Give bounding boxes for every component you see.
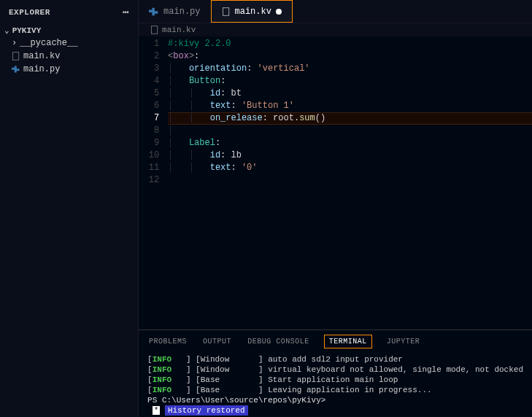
- main-area: main.py main.kv main.kv 123456789101112 …: [139, 0, 532, 417]
- panel-tab-terminal[interactable]: TERMINAL: [324, 335, 372, 348]
- terminal-history-restored: * History restored: [147, 405, 523, 416]
- code-line[interactable]: │ │ text: '0': [168, 162, 532, 174]
- python-icon: [149, 7, 159, 17]
- panel-tab-jupyter[interactable]: JUPYTER: [385, 335, 422, 348]
- project-label: PYKIVY: [12, 26, 42, 35]
- line-number: 10: [139, 149, 168, 162]
- code-content[interactable]: #:kivy 2.2.0<box>:│ orientation: 'vertic…: [168, 36, 532, 330]
- line-number: 8: [139, 125, 168, 137]
- terminal-prompt[interactable]: PS C:\Users\User\source\repos\pyKivy>: [147, 395, 523, 405]
- explorer-title: EXPLORER: [9, 8, 50, 17]
- file-tree: › __pycache__ main.kv main.py: [0, 36, 138, 76]
- project-root[interactable]: ⌄ PYKIVY: [0, 24, 138, 36]
- tree-file-kv[interactable]: main.kv: [6, 50, 138, 63]
- tab-label: main.py: [163, 7, 200, 17]
- code-line[interactable]: │ │ on_release: root.sum(): [168, 112, 532, 125]
- editor-tabs: main.py main.kv: [139, 0, 532, 23]
- svg-rect-1: [223, 7, 228, 15]
- panel-tab-problems[interactable]: PROBLEMS: [147, 335, 188, 348]
- chevron-right-icon: ›: [12, 38, 17, 48]
- code-line[interactable]: [168, 174, 532, 187]
- line-number: 4: [139, 75, 168, 87]
- explorer-sidebar: EXPLORER ⋯ ⌄ PYKIVY › __pycache__ main.k…: [0, 0, 139, 417]
- code-line[interactable]: │ │ text: 'Button 1': [168, 100, 532, 112]
- line-number: 12: [139, 174, 168, 187]
- line-number: 11: [139, 162, 168, 174]
- panel-tab-debug-console[interactable]: DEBUG CONSOLE: [246, 335, 311, 348]
- python-icon: [12, 65, 20, 74]
- chevron-down-icon: ⌄: [4, 26, 9, 35]
- tab-main-py[interactable]: main.py: [139, 0, 210, 23]
- bottom-panel: PROBLEMSOUTPUTDEBUG CONSOLETERMINALJUPYT…: [139, 330, 532, 417]
- tab-main-kv[interactable]: main.kv: [211, 0, 293, 23]
- code-line[interactable]: │ Label:: [168, 137, 532, 149]
- terminal-line: [INFO ] [Window ] auto add sdl2 input pr…: [147, 354, 523, 365]
- line-number: 3: [139, 63, 168, 75]
- tree-item-label: main.py: [23, 64, 60, 74]
- panel-tab-output[interactable]: OUTPUT: [201, 335, 233, 348]
- code-line[interactable]: │ │ id: lb: [168, 149, 532, 162]
- tree-item-label: main.kv: [23, 51, 60, 61]
- terminal-line: [INFO ] [Window ] virtual keyboard not a…: [147, 365, 523, 375]
- code-line[interactable]: │ Button:: [168, 75, 532, 87]
- explorer-more-icon[interactable]: ⋯: [123, 6, 129, 18]
- terminal-line: [INFO ] [Base ] Start application main l…: [147, 375, 523, 385]
- terminal-output[interactable]: [INFO ] [Window ] auto add sdl2 input pr…: [139, 348, 532, 417]
- tree-folder[interactable]: › __pycache__: [6, 36, 138, 50]
- explorer-header: EXPLORER ⋯: [0, 0, 138, 24]
- code-line[interactable]: │ orientation: 'vertical': [168, 63, 532, 75]
- svg-rect-2: [152, 26, 158, 34]
- code-line[interactable]: │: [168, 125, 532, 137]
- code-line[interactable]: │ │ id: bt: [168, 87, 532, 100]
- tree-file-py[interactable]: main.py: [6, 63, 138, 76]
- panel-tabs: PROBLEMSOUTPUTDEBUG CONSOLETERMINALJUPYT…: [139, 330, 532, 348]
- code-line[interactable]: <box>:: [168, 50, 532, 63]
- dirty-indicator-icon: [276, 9, 282, 15]
- line-number: 2: [139, 50, 168, 63]
- file-icon: [12, 52, 20, 61]
- code-line[interactable]: #:kivy 2.2.0: [168, 38, 532, 50]
- file-icon: [150, 26, 159, 34]
- tab-label: main.kv: [235, 7, 271, 17]
- svg-rect-0: [13, 52, 19, 61]
- line-number: 1: [139, 38, 168, 50]
- breadcrumb-label: main.kv: [162, 26, 196, 34]
- terminal-line: [INFO ] [Base ] Leaving application in p…: [147, 385, 523, 395]
- breadcrumb[interactable]: main.kv: [139, 23, 532, 36]
- file-icon: [222, 7, 231, 16]
- code-editor[interactable]: 123456789101112 #:kivy 2.2.0<box>:│ orie…: [139, 36, 532, 330]
- line-gutter: 123456789101112: [139, 36, 168, 330]
- tree-item-label: __pycache__: [20, 38, 77, 48]
- line-number: 7: [139, 112, 168, 125]
- line-number: 5: [139, 87, 168, 100]
- line-number: 9: [139, 137, 168, 149]
- line-number: 6: [139, 100, 168, 112]
